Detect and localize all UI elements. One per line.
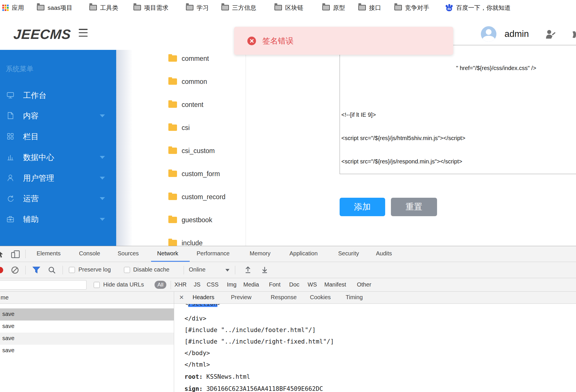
bookmark-folder-requirements[interactable]: 项目需求 [133,0,168,15]
bookmark-folder-competitors[interactable]: 竞争对手 [394,0,429,15]
bookmark-folder-study[interactable]: 学习 [186,0,209,15]
tab-network[interactable]: Network [157,250,178,257]
sidebar-item-auxiliary[interactable]: 辅助 [0,212,116,226]
edit-profile-icon[interactable] [545,29,556,41]
bookmark-folder-thirdparty[interactable]: 三方信息 [221,0,256,15]
bookmark-folder-saas[interactable]: saas项目 [37,0,72,15]
add-button[interactable]: 添加 [340,198,385,216]
filter-chip-js[interactable]: JS [194,281,200,288]
tab-timing[interactable]: Timing [346,294,363,301]
template-source-textarea[interactable]: " href="/${res}/css/index.css" /> <!--[i… [340,45,576,174]
preserve-log-checkbox[interactable] [69,267,75,273]
filter-chip-font[interactable]: Font [269,281,281,288]
tab-application[interactable]: Application [289,250,318,257]
hide-data-urls-label[interactable]: Hide data URLs [103,281,144,288]
folder-row[interactable]: content [133,101,246,109]
request-row[interactable]: save [0,345,174,357]
reset-button[interactable]: 重置 [391,198,437,216]
bookmark-baidu[interactable]: du 百度一下，你就知道 [445,0,511,15]
folder-row[interactable]: csi_custom [133,147,246,155]
filter-chip-xhr[interactable]: XHR [174,281,187,288]
folder-row[interactable]: custom_record [133,193,246,201]
name-column-header[interactable]: me [0,292,174,304]
username[interactable]: admin [505,29,529,39]
folder-row[interactable]: csi [133,124,246,132]
hide-data-urls-checkbox[interactable] [94,282,100,288]
search-icon[interactable] [48,266,56,276]
tab-response[interactable]: Response [271,294,297,301]
throttling-select[interactable]: Online [189,266,206,273]
tab-memory[interactable]: Memory [250,250,270,257]
cut-off-icon[interactable] [572,29,576,41]
filter-chip-ws[interactable]: WS [308,281,317,288]
sidebar-item-users[interactable]: 用户管理 [0,171,116,185]
bookmark-folder-prototype[interactable]: 原型 [322,0,345,15]
tab-security[interactable]: Security [338,250,359,257]
active-tab-underline [151,261,190,262]
import-har-icon[interactable] [244,266,252,276]
tab-sources[interactable]: Sources [118,250,139,257]
bookmark-folder-api[interactable]: 接口 [358,0,381,15]
tab-audits[interactable]: Audits [376,250,392,257]
bookmark-label: 项目需求 [144,4,168,12]
grid-icon [6,132,14,140]
folder-label: content [182,101,203,109]
disable-cache-checkbox[interactable] [124,267,130,273]
request-row[interactable]: save [0,321,174,333]
record-icon[interactable] [0,267,3,273]
form-data-sign: sign: 3D6166C623A156AA4118BF4509E662DC [185,383,323,392]
form-data-line: </div> [185,313,206,324]
filter-chip-media[interactable]: Media [243,281,259,288]
folder-icon [133,5,141,10]
preserve-log-label[interactable]: Preserve log [78,266,111,273]
close-icon[interactable]: × [179,293,184,302]
disable-cache-label[interactable]: Disable cache [133,266,170,273]
sidebar-item-workbench[interactable]: 工作台 [0,88,116,102]
filter-chip-other[interactable]: Other [357,281,371,288]
sidebar-item-channels[interactable]: 栏目 [0,129,116,143]
folder-label: custom_record [182,193,225,201]
devtools-tab-bar: Elements Console Sources Network Perform… [0,246,576,262]
tab-console[interactable]: Console [79,250,100,257]
bookmark-folder-blockchain[interactable]: 区块链 [274,0,303,15]
request-row[interactable]: save [0,333,174,345]
bookmark-label: saas项目 [48,4,72,12]
sidebar-item-label: 数据中心 [23,152,54,163]
folder-row[interactable]: custom_form [133,170,246,178]
bookmark-apps[interactable]: 应用 [2,0,24,15]
folder-row[interactable]: guestbook [133,216,246,225]
filter-chip-img[interactable]: Img [227,281,236,288]
export-har-icon[interactable] [260,266,269,276]
tab-headers[interactable]: Headers [193,294,214,301]
avatar[interactable] [481,26,496,42]
bookmark-folder-tools[interactable]: 工具类 [89,0,118,15]
bookmark-label: 学习 [197,4,209,12]
filter-chip-doc[interactable]: Doc [289,281,300,288]
bookmark-label: 工具类 [100,4,118,12]
filter-chip-css[interactable]: CSS [207,281,219,288]
request-row[interactable]: save [0,308,174,321]
clear-icon[interactable] [11,266,19,276]
device-toolbar-icon[interactable] [11,250,20,260]
filter-chip-all[interactable]: All [155,281,166,289]
inspect-cursor-icon[interactable] [0,251,3,259]
folder-row[interactable]: common [133,78,246,86]
dropdown-arrow-icon[interactable] [225,269,229,272]
filter-funnel-icon[interactable] [32,266,40,276]
filter-input[interactable]: lter [0,280,86,290]
filter-chip-manifest[interactable]: Manifest [324,281,346,288]
sidebar-item-datacenter[interactable]: 数据中心 [0,150,116,164]
menu-toggle-icon[interactable] [79,29,88,37]
folder-icon [89,5,97,10]
sidebar-item-content[interactable]: 内容 [0,109,116,122]
separator [63,266,63,274]
folder-row[interactable]: comment [133,54,246,63]
sidebar-item-operations[interactable]: 运营 [0,191,116,205]
tab-performance[interactable]: Performance [197,250,230,257]
tab-elements[interactable]: Elements [37,250,61,257]
folder-icon [168,101,177,108]
error-toast: 签名错误 [234,27,453,55]
tab-preview[interactable]: Preview [231,294,251,301]
folder-label: guestbook [182,216,212,224]
tab-cookies[interactable]: Cookies [310,294,331,301]
